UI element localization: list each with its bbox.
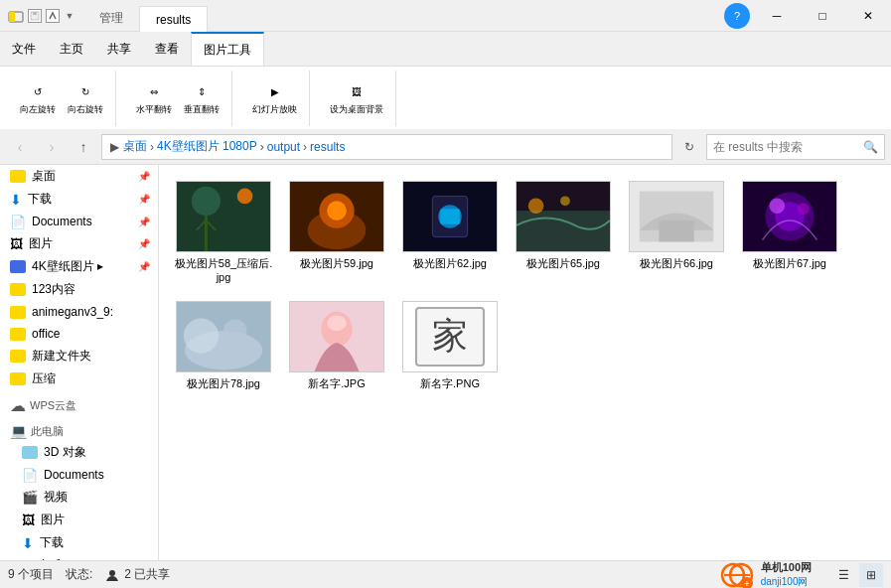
doc-icon: 📄 (10, 215, 26, 229)
file-view: 极光图片58_压缩后.jpg 极光图片59.jpg (159, 165, 891, 560)
tab-manage[interactable]: 管理 (83, 5, 139, 31)
quick-access-icon (46, 9, 60, 23)
sidebar-item-3d[interactable]: 3D 对象 (0, 441, 158, 464)
wallpaper-folder-icon (10, 260, 26, 273)
status-bar: 9 个项目 状态: 2 已共享 + 单机100网 danji100网 ☰ (0, 560, 891, 588)
file-name-2: 极光图片62.jpg (413, 256, 487, 270)
close-button[interactable]: ✕ (845, 0, 891, 32)
file-name-1: 极光图片59.jpg (300, 256, 373, 270)
ribbon-btn-slideshow[interactable]: ▶ 幻灯片放映 (248, 77, 301, 118)
file-item-8[interactable]: 家 新名字.PNG (395, 295, 505, 396)
watermark-site: 单机100网 (761, 560, 812, 575)
search-box[interactable]: 🔍 (706, 134, 885, 160)
video-icon: 🎬 (22, 490, 38, 505)
sidebar-item-video[interactable]: 🎬 视频 (0, 486, 158, 509)
search-input[interactable] (713, 140, 863, 154)
path-arrow-icon: ▶ (110, 140, 119, 154)
tab-results[interactable]: results (139, 6, 208, 32)
sidebar-item-documents[interactable]: 📄 Documents 📌 (0, 211, 158, 232)
path-segment-results[interactable]: results (310, 140, 345, 154)
sidebar-item-downloads[interactable]: ⬇ 下载 📌 (0, 188, 158, 211)
sidebar-item-new-folder[interactable]: 新建文件夹 (0, 345, 158, 368)
sidebar-item-compress[interactable]: 压缩 (0, 368, 158, 390)
ribbon-tab-share[interactable]: 共享 (95, 32, 143, 66)
download-folder-icon: ⬇ (10, 192, 22, 208)
file-thumbnail-3 (516, 181, 611, 252)
dropdown-icon[interactable]: ▼ (64, 10, 75, 22)
sidebar-item-4k[interactable]: 4K壁纸图片 ▸ 📌 (0, 255, 158, 278)
status-left: 9 个项目 状态: 2 已共享 (8, 566, 170, 583)
main-layout: 桌面 📌 ⬇ 下载 📌 📄 Documents 📌 🖼 图片 📌 4K壁纸图片 … (0, 165, 891, 560)
sidebar: 桌面 📌 ⬇ 下载 📌 📄 Documents 📌 🖼 图片 📌 4K壁纸图片 … (0, 165, 159, 560)
ribbon-btn-rotate-left[interactable]: ↺ 向左旋转 (16, 77, 60, 118)
file-name-3: 极光图片65.jpg (526, 256, 600, 270)
sidebar-item-music[interactable]: ♫ 音乐 (0, 554, 158, 560)
slideshow-icon: ▶ (263, 79, 287, 103)
sidebar-section-thispc[interactable]: 💻 此电脑 (0, 417, 158, 441)
title-bar: ▼ 管理 results ? ─ □ ✕ (0, 0, 891, 32)
up-button[interactable]: ↑ (70, 133, 97, 161)
pin-icon-4: 📌 (138, 238, 150, 249)
svg-rect-1 (9, 12, 15, 22)
set-bg-icon: 🖼 (345, 79, 369, 103)
svg-point-33 (223, 319, 247, 343)
ribbon-tab-home[interactable]: 主页 (48, 32, 95, 66)
file-name-8: 新名字.PNG (420, 376, 480, 390)
sidebar-item-123[interactable]: 123内容 (0, 278, 158, 301)
ribbon-tab-picture-tools[interactable]: 图片工具 (191, 32, 264, 66)
sidebar-item-pictures[interactable]: 🖼 图片 📌 (0, 232, 158, 255)
watermark-url: danji100网 (761, 575, 812, 588)
svg-point-32 (184, 318, 219, 353)
path-segment-4k[interactable]: 4K壁纸图片 1080P (157, 138, 257, 155)
pictures-icon: 🖼 (10, 236, 23, 251)
ribbon-btn-set-background[interactable]: 🖼 设为桌面背景 (326, 77, 387, 118)
sidebar-item-pc-downloads[interactable]: ⬇ 下载 (0, 531, 158, 554)
watermark-text-area: 单机100网 danji100网 (761, 560, 812, 588)
file-item-4[interactable]: 极光图片66.jpg (622, 175, 731, 291)
minimize-button[interactable]: ─ (754, 0, 800, 32)
address-path[interactable]: ▶ 桌面 › 4K壁纸图片 1080P › output › results (101, 134, 672, 160)
sidebar-item-pc-docs[interactable]: 📄 Documents (0, 464, 158, 486)
ribbon-tab-view[interactable]: 查看 (143, 32, 191, 66)
file-item-3[interactable]: 极光图片65.jpg (509, 175, 618, 291)
svg-rect-4 (177, 182, 270, 252)
help-button[interactable]: ? (724, 3, 750, 29)
sidebar-section-wps[interactable]: ☁ WPS云盘 (0, 390, 158, 417)
maximize-button[interactable]: □ (800, 0, 845, 32)
path-segment-desktop[interactable]: 桌面 (123, 138, 147, 155)
music-icon: ♫ (22, 558, 32, 560)
file-item-6[interactable]: 极光图片78.jpg (169, 295, 278, 396)
file-item-5[interactable]: 极光图片67.jpg (735, 175, 844, 291)
ribbon-btn-rotate-right[interactable]: ↻ 向右旋转 (64, 77, 107, 118)
sidebar-item-desktop[interactable]: 桌面 📌 (0, 165, 158, 188)
sidebar-item-animegan[interactable]: animeganv3_9: (0, 301, 158, 323)
list-view-button[interactable]: ☰ (831, 563, 855, 587)
refresh-button[interactable]: ↻ (676, 134, 702, 160)
png-char: 家 (432, 312, 468, 361)
file-item-0[interactable]: 极光图片58_压缩后.jpg (169, 175, 278, 291)
ribbon-btn-flip-h[interactable]: ⇔ 水平翻转 (132, 77, 176, 118)
ribbon-group-3: ▶ 幻灯片放映 (240, 71, 310, 126)
computer-icon: 💻 (10, 423, 27, 439)
ribbon-tabs: 文件 主页 共享 查看 图片工具 (0, 32, 891, 66)
folder-icon (10, 170, 26, 183)
ribbon-group-4: 🖼 设为桌面背景 (318, 71, 396, 126)
flip-h-icon: ⇔ (142, 79, 166, 103)
title-controls: ? ─ □ ✕ (724, 0, 891, 32)
file-item-2[interactable]: 极光图片62.jpg (395, 175, 505, 291)
ribbon-tab-file[interactable]: 文件 (0, 32, 48, 66)
sidebar-item-pc-pictures[interactable]: 🖼 图片 (0, 509, 158, 531)
forward-button[interactable]: › (38, 133, 66, 161)
file-item-1[interactable]: 极光图片59.jpg (282, 175, 391, 291)
svg-rect-19 (517, 211, 610, 251)
path-segment-output[interactable]: output (267, 140, 300, 154)
svg-point-13 (327, 201, 347, 220)
file-item-7[interactable]: 新名字.JPG (282, 295, 391, 396)
ribbon-btn-flip-v[interactable]: ⇕ 垂直翻转 (180, 77, 223, 118)
grid-view-button[interactable]: ⊞ (859, 563, 883, 587)
search-icon[interactable]: 🔍 (863, 140, 878, 154)
folder-icon-5 (10, 350, 26, 363)
item-count: 9 个项目 (8, 566, 54, 583)
back-button[interactable]: ‹ (6, 133, 34, 161)
sidebar-item-office[interactable]: office (0, 323, 158, 345)
